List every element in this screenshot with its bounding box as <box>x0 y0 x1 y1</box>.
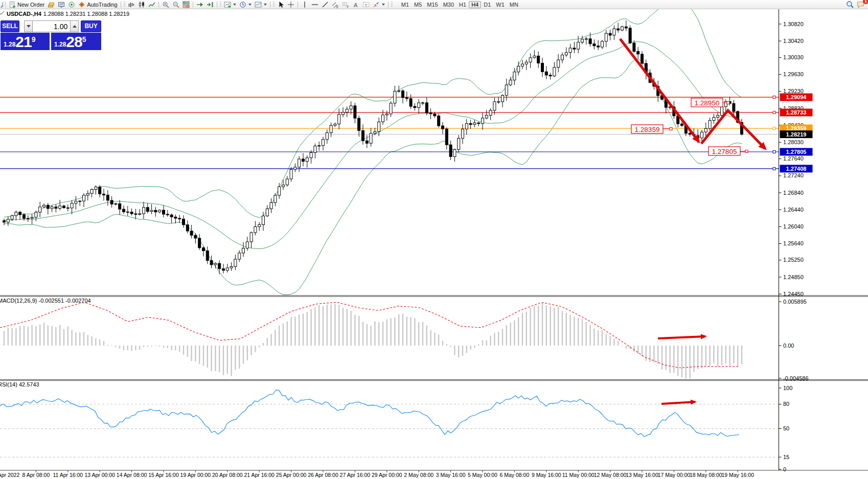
zoom-out-icon[interactable] <box>171 1 181 9</box>
signal-icon[interactable] <box>66 1 77 9</box>
text-icon[interactable]: A <box>351 1 361 9</box>
svg-text:2 May 08:00: 2 May 08:00 <box>404 472 433 478</box>
cursor-icon[interactable] <box>276 1 286 9</box>
tile-windows-icon[interactable] <box>181 1 191 9</box>
svg-text:11 May 00:00: 11 May 00:00 <box>562 472 595 478</box>
rsi-arrow[interactable] <box>661 402 695 404</box>
svg-text:0.00: 0.00 <box>783 343 794 349</box>
volume-decrease-button[interactable] <box>24 20 33 32</box>
timeframe-M5[interactable]: M5 <box>412 1 424 8</box>
buy-price-display[interactable]: 1.28 28 5 <box>51 33 101 50</box>
label-icon[interactable]: T <box>361 1 371 9</box>
timeframe-H4[interactable]: H4 <box>469 1 481 8</box>
timeframe-MN[interactable]: MN <box>507 1 521 8</box>
chart-title: USDCAD-,H4 1.28088 1.28231 1.28088 1.282… <box>0 11 129 17</box>
volume-increase-button[interactable] <box>70 20 79 32</box>
svg-text:1.28030: 1.28030 <box>783 139 804 145</box>
timeframe-H1[interactable]: H1 <box>456 1 469 8</box>
svg-text:27 Apr 16:00: 27 Apr 16:00 <box>340 472 371 478</box>
sell-price-sup: 9 <box>32 35 36 43</box>
trendline-icon[interactable] <box>320 1 330 9</box>
svg-text:1.26040: 1.26040 <box>783 223 804 230</box>
svg-text:13 Apr 00:00: 13 Apr 00:00 <box>84 472 115 478</box>
timeframe-D1[interactable]: D1 <box>481 1 493 8</box>
indicators-icon[interactable] <box>222 1 238 9</box>
auto-scroll-icon[interactable] <box>195 1 205 9</box>
svg-text:15 Apr 16:00: 15 Apr 16:00 <box>148 472 179 478</box>
svg-text:29 Apr 00:00: 29 Apr 00:00 <box>372 472 402 478</box>
svg-text:1.27240: 1.27240 <box>783 172 804 178</box>
current-price-badge: 1.28219 <box>780 130 813 138</box>
svg-text:6 May 08:00: 6 May 08:00 <box>500 472 530 478</box>
svg-text:1.24450: 1.24450 <box>783 291 804 297</box>
notifications-icon[interactable]: 1 <box>855 1 866 9</box>
svg-text:1.30030: 1.30030 <box>783 54 804 60</box>
autotrading-label: AutoTrading <box>87 2 118 8</box>
chart-canvas[interactable]: 1.289501.283591.27805MACD(12,26,9) -0.00… <box>0 0 868 479</box>
rsi-label: RSI(14) 42.5743 <box>0 381 39 387</box>
sell-button[interactable]: SELL <box>1 20 19 32</box>
horizontal-line-icon[interactable] <box>310 1 320 9</box>
svg-text:19 May 16:00: 19 May 16:00 <box>721 472 754 478</box>
bollinger-middle-band <box>4 42 742 249</box>
volume-input[interactable] <box>33 20 70 32</box>
buy-price-big: 28 <box>66 34 82 50</box>
svg-text:19 Apr 00:00: 19 Apr 00:00 <box>180 472 211 478</box>
buy-button[interactable]: BUY <box>81 20 101 32</box>
svg-text:F: F <box>347 5 349 8</box>
price-level-badge: 1.27408 <box>780 165 813 172</box>
vertical-line-icon[interactable] <box>300 1 310 9</box>
svg-text:1.28733: 1.28733 <box>786 109 807 116</box>
svg-text:13 May 16:00: 13 May 16:00 <box>626 472 658 478</box>
terminal-icon[interactable] <box>56 1 66 9</box>
periods-icon[interactable] <box>238 1 253 9</box>
new-order-button[interactable]: New Order <box>7 1 46 9</box>
timeframe-M1[interactable]: M1 <box>399 1 412 8</box>
fibonacci-icon[interactable]: F <box>340 1 351 9</box>
arrows-icon[interactable] <box>371 1 386 9</box>
search-icon[interactable] <box>844 1 855 9</box>
chart-shift-icon[interactable] <box>205 1 215 9</box>
equidistant-channel-icon[interactable]: E <box>330 1 340 9</box>
main-price-pane: 1.289501.283591.27805 <box>0 2 779 295</box>
autotrading-icon <box>78 1 85 8</box>
rsi-pane <box>0 390 779 457</box>
timeframe-M30[interactable]: M30 <box>441 1 456 8</box>
autotrading-button[interactable]: AutoTrading <box>77 1 119 9</box>
price-annotation[interactable]: 1.27805 <box>709 147 748 155</box>
line-chart-icon[interactable] <box>147 1 157 9</box>
crosshair-icon[interactable] <box>286 1 296 9</box>
svg-text:1.27805: 1.27805 <box>712 148 737 155</box>
gold-bars-icon[interactable] <box>46 1 56 9</box>
macd-arrow[interactable] <box>658 336 705 338</box>
svg-text:1.28359: 1.28359 <box>635 126 660 133</box>
price-level-badge: 1.29094 <box>780 94 813 101</box>
svg-text:0.005895: 0.005895 <box>783 299 807 305</box>
svg-text:E: E <box>336 5 339 8</box>
candlestick-chart-icon[interactable] <box>136 1 147 9</box>
svg-text:21 Apr 16:00: 21 Apr 16:00 <box>244 472 275 478</box>
svg-text:8 Apr 08:00: 8 Apr 08:00 <box>22 472 50 478</box>
zoom-in-icon[interactable] <box>161 1 171 9</box>
price-annotation[interactable]: 1.28359 <box>631 125 672 133</box>
svg-text:1.26840: 1.26840 <box>783 190 804 196</box>
volume-control <box>24 20 79 32</box>
svg-text:100: 100 <box>783 385 792 391</box>
macd-signal-line <box>0 302 739 368</box>
timeframe-W1[interactable]: W1 <box>493 1 507 8</box>
timeframe-M15[interactable]: M15 <box>424 1 440 8</box>
bar-chart-icon[interactable] <box>126 1 136 9</box>
trend-arrow[interactable] <box>701 110 765 149</box>
svg-text:11 Apr 16:00: 11 Apr 16:00 <box>53 472 83 478</box>
buy-price-sup: 5 <box>82 35 86 43</box>
svg-text:14 Apr 08:00: 14 Apr 08:00 <box>117 472 147 478</box>
templates-icon[interactable] <box>253 1 268 9</box>
down-arrow-icon <box>27 25 31 28</box>
sell-price-big: 21 <box>15 34 31 50</box>
price-level-badge: 1.27805 <box>780 148 813 156</box>
svg-text:A: A <box>354 2 358 8</box>
svg-text:1.30420: 1.30420 <box>783 38 804 44</box>
sell-price-display[interactable]: 1.28 21 9 <box>1 33 50 50</box>
price-annotation[interactable]: 1.28950 <box>691 98 729 107</box>
up-arrow-icon <box>73 25 77 28</box>
